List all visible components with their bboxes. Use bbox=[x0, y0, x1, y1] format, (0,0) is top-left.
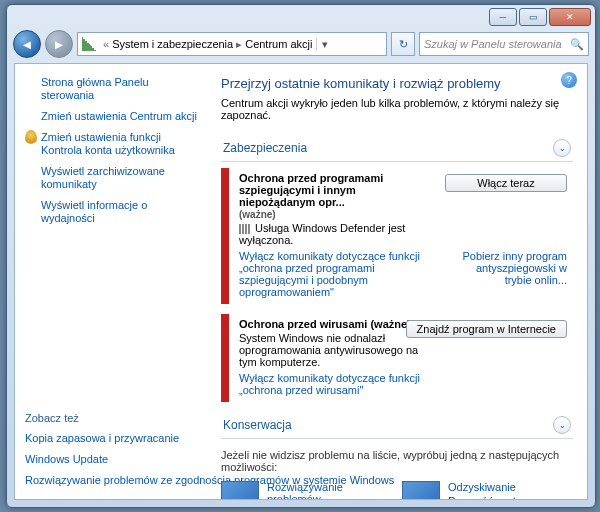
tool-recovery: Odzyskiwanie Przywróć system komputera d… bbox=[402, 481, 573, 499]
help-button[interactable]: ? bbox=[561, 72, 577, 88]
content-area: Strona główna Panelu sterowania Zmień us… bbox=[14, 63, 588, 500]
seealso-update[interactable]: Windows Update bbox=[25, 449, 207, 470]
search-placeholder: Szukaj w Panelu sterowania bbox=[424, 38, 562, 50]
close-button[interactable]: ✕ bbox=[549, 8, 591, 26]
tool-troubleshoot-link[interactable]: Rozwiązywanie problemów bbox=[267, 481, 392, 499]
back-button[interactable]: ◄ bbox=[13, 30, 41, 58]
page-title: Przejrzyj ostatnie komunikaty i rozwiąż … bbox=[221, 76, 573, 91]
forward-button[interactable]: ► bbox=[45, 30, 73, 58]
window-frame: ─ ▭ ✕ ◄ ► « System i zabezpieczenia ▸ Ce… bbox=[6, 4, 596, 508]
alert-spyware: Ochrona przed programami szpiegującymi i… bbox=[221, 168, 573, 304]
recovery-icon bbox=[402, 481, 440, 499]
search-input[interactable]: Szukaj w Panelu sterowania 🔍 bbox=[419, 32, 589, 56]
breadcrumb-sep: ▸ bbox=[236, 38, 242, 51]
section-maintenance-label: Konserwacja bbox=[223, 418, 292, 432]
sidebar-link-uac[interactable]: Zmień ustawienia funkcji Kontrola konta … bbox=[25, 127, 197, 161]
seealso-compat[interactable]: Rozwiązywanie problemów ze zgodnością pr… bbox=[25, 470, 207, 491]
breadcrumb-current[interactable]: Centrum akcji bbox=[245, 38, 312, 50]
tool-troubleshoot: Rozwiązywanie problemów Znajdź i rozwiąż… bbox=[221, 481, 392, 499]
seealso-backup[interactable]: Kopia zapasowa i przywracanie bbox=[25, 428, 207, 449]
defender-icon bbox=[239, 224, 251, 234]
search-icon[interactable]: 🔍 bbox=[570, 38, 584, 51]
tools-row: Rozwiązywanie problemów Znajdź i rozwiąż… bbox=[221, 481, 573, 499]
alert-disable-link[interactable]: Wyłącz komunikaty dotyczące funkcji „och… bbox=[239, 372, 565, 396]
sidebar-link-settings[interactable]: Zmień ustawienia Centrum akcji bbox=[25, 106, 197, 127]
see-also-section: Zobacz też Kopia zapasowa i przywracanie… bbox=[25, 412, 207, 491]
address-bar[interactable]: « System i zabezpieczenia ▸ Centrum akcj… bbox=[77, 32, 387, 56]
main-panel: ? Przejrzyj ostatnie komunikaty i rozwią… bbox=[207, 64, 587, 499]
chevron-down-icon[interactable]: ⌄ bbox=[553, 139, 571, 157]
tool-desc: Przywróć system komputera do wcześniejsz… bbox=[448, 495, 573, 499]
titlebar[interactable]: ─ ▭ ✕ bbox=[7, 5, 595, 29]
maximize-button[interactable]: ▭ bbox=[519, 8, 547, 26]
sidebar: Strona główna Panelu sterowania Zmień us… bbox=[15, 64, 207, 499]
enable-now-button[interactable]: Włącz teraz bbox=[445, 174, 567, 192]
see-also-heading: Zobacz też bbox=[25, 412, 207, 424]
page-intro: Centrum akcji wykryło jeden lub kilka pr… bbox=[221, 97, 573, 121]
alert-download-link[interactable]: Pobierz inny program antyszpiegowski w t… bbox=[447, 250, 567, 286]
nav-toolbar: ◄ ► « System i zabezpieczenia ▸ Centrum … bbox=[7, 29, 595, 59]
breadcrumb-parent[interactable]: System i zabezpieczenia bbox=[112, 38, 233, 50]
sidebar-link-home[interactable]: Strona główna Panelu sterowania bbox=[25, 72, 197, 106]
footer-note: Jeżeli nie widzisz problemu na liście, w… bbox=[221, 449, 573, 473]
breadcrumb-sep: « bbox=[103, 38, 109, 50]
sidebar-link-archived[interactable]: Wyświetl zarchiwizowane komunikaty bbox=[25, 161, 197, 195]
find-program-button[interactable]: Znajdź program w Internecie bbox=[406, 320, 567, 338]
address-dropdown[interactable]: ▾ bbox=[316, 38, 333, 51]
troubleshoot-icon bbox=[221, 481, 259, 499]
alert-message: Usługa Windows Defender jest wyłączona. bbox=[239, 222, 565, 246]
tool-recovery-link[interactable]: Odzyskiwanie bbox=[448, 481, 573, 493]
refresh-button[interactable]: ↻ bbox=[391, 32, 415, 56]
minimize-button[interactable]: ─ bbox=[489, 8, 517, 26]
section-maintenance-header[interactable]: Konserwacja ⌄ bbox=[221, 412, 573, 439]
section-security-header[interactable]: Zabezpieczenia ⌄ bbox=[221, 135, 573, 162]
section-security-label: Zabezpieczenia bbox=[223, 141, 307, 155]
alert-virus: Ochrona przed wirusami (ważne) Znajdź pr… bbox=[221, 314, 573, 402]
sidebar-link-perf[interactable]: Wyświetl informacje o wydajności bbox=[25, 195, 197, 229]
action-center-icon bbox=[82, 37, 96, 51]
chevron-down-icon[interactable]: ⌄ bbox=[553, 416, 571, 434]
